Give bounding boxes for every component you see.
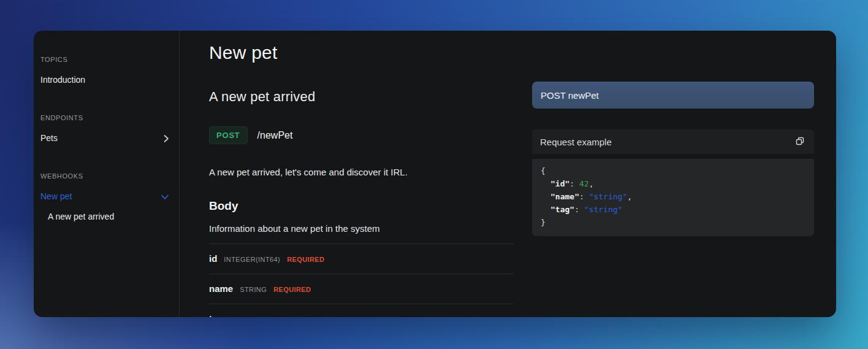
sidebar-item-a-new-pet-arrived[interactable]: A new pet arrived	[48, 212, 169, 221]
attribute-row-id: id INTEGER(INT64) REQUIRED	[209, 244, 514, 274]
sidebar: TOPICS Introduction ENDPOINTS Pets WEBHO…	[34, 31, 180, 317]
attribute-type: STRING	[240, 286, 267, 293]
body-subtitle: Information about a new pet in the syste…	[209, 223, 514, 235]
code-line-id: "id": 42,	[541, 177, 805, 190]
sidebar-item-label: New pet	[40, 192, 72, 201]
app-background: { "sidebar": { "topics_label": "TOPICS",…	[0, 0, 868, 349]
json-key: "tag"	[550, 205, 574, 214]
main-content: New pet A new pet arrived POST /newPet A…	[180, 31, 836, 317]
nav-section-webhooks: WEBHOOKS	[40, 172, 169, 181]
json-separator: :	[574, 205, 584, 214]
request-example-panel: Request example { "id": 42, "name": "st	[532, 129, 814, 236]
code-line-open: {	[541, 164, 805, 177]
json-comma: ,	[627, 192, 632, 201]
json-key: "id"	[550, 179, 569, 188]
docs-card: TOPICS Introduction ENDPOINTS Pets WEBHO…	[34, 31, 836, 317]
nav-section-endpoints: ENDPOINTS	[40, 113, 169, 123]
endpoint-path: /newPet	[257, 130, 293, 141]
copy-icon	[795, 136, 805, 148]
attribute-type: INTEGER(INT64)	[224, 256, 280, 263]
attribute-list: id INTEGER(INT64) REQUIRED name STRING R…	[209, 244, 514, 317]
json-string-value: "string"	[584, 205, 623, 214]
endpoint-jump-button[interactable]: POST newPet	[532, 82, 814, 109]
request-example-title: Request example	[540, 137, 612, 147]
code-line-close: }	[541, 216, 805, 229]
chevron-down-icon	[161, 194, 169, 200]
attribute-name: name	[209, 283, 233, 294]
code-line-tag: "tag": "string"	[541, 203, 805, 216]
method-badge: POST	[209, 126, 248, 144]
sidebar-item-label: Pets	[40, 134, 58, 143]
attribute-name: id	[209, 253, 217, 264]
nav-section-topics: TOPICS	[40, 55, 169, 64]
attribute-type: STRING	[230, 316, 257, 317]
sidebar-item-new-pet[interactable]: New pet	[40, 192, 169, 201]
sidebar-item-introduction[interactable]: Introduction	[40, 75, 169, 85]
body-heading: Body	[209, 199, 514, 213]
attribute-required-badge: REQUIRED	[273, 286, 311, 293]
copy-button[interactable]	[794, 135, 806, 149]
json-separator: :	[569, 179, 579, 188]
endpoint-row: POST /newPet	[209, 126, 514, 144]
request-example-code: { "id": 42, "name": "string", "tag": "st…	[532, 159, 814, 236]
json-comma: ,	[589, 179, 594, 188]
code-line-name: "name": "string",	[541, 190, 805, 203]
request-example-header: Request example	[532, 129, 814, 154]
examples-column: POST newPet Request example {	[532, 82, 814, 236]
doc-column: New pet A new pet arrived POST /newPet A…	[209, 31, 514, 317]
attribute-name: tag	[209, 313, 223, 317]
json-number-value: 42	[579, 179, 589, 188]
sidebar-item-pets[interactable]: Pets	[40, 134, 169, 143]
json-separator: :	[579, 192, 589, 201]
json-string-value: "string"	[589, 192, 628, 201]
json-key: "name"	[550, 192, 579, 201]
webhook-description: A new pet arrived, let's come and discov…	[209, 166, 514, 178]
attribute-row-tag: tag STRING	[209, 304, 514, 317]
sidebar-item-label: Introduction	[40, 75, 85, 85]
section-heading: A new pet arrived	[209, 88, 514, 105]
chevron-right-icon	[163, 134, 169, 143]
attribute-row-name: name STRING REQUIRED	[209, 274, 514, 304]
page-title: New pet	[209, 40, 514, 65]
attribute-required-badge: REQUIRED	[287, 256, 324, 263]
